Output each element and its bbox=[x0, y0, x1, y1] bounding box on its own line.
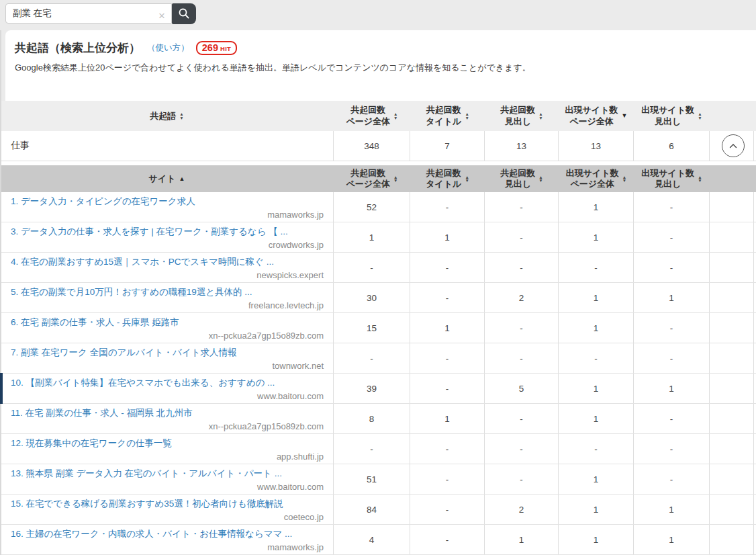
row-action-cell bbox=[710, 343, 756, 373]
column-header-cooccur-count-heading[interactable]: 共起回数見出し▲▼ bbox=[485, 101, 559, 131]
row-action-cell bbox=[710, 192, 756, 222]
hit-label: HIT bbox=[220, 45, 231, 52]
site-cell: 3. データ入力の仕事・求人を探す | 在宅ワーク・副業するなら 【 ...cr… bbox=[0, 222, 334, 252]
sort-icon: ▲▼ bbox=[393, 112, 397, 120]
scrollbar-track[interactable] bbox=[0, 30, 1, 555]
metric-value: - bbox=[485, 343, 559, 373]
column-header-site-count-heading[interactable]: 出現サイト数見出し▲▼ bbox=[634, 165, 710, 192]
site-link[interactable]: 6. 在宅 副業の仕事・求人 - 兵庫県 姫路市 bbox=[11, 316, 324, 329]
word-action-cell bbox=[710, 131, 756, 161]
metric-value: 1 bbox=[634, 374, 710, 403]
site-row: 1. データ入力・タイピングの在宅ワーク求人mamaworks.jp52--1- bbox=[0, 192, 756, 222]
metric-value: 8 bbox=[334, 404, 410, 433]
sort-icon: ▲▼ bbox=[698, 112, 702, 120]
site-cell: 16. 主婦の在宅ワーク・内職の求人・バイト・お仕事情報ならママ ...mama… bbox=[0, 525, 334, 554]
description: Google検索結果上位20ページで合わせてよく使われる単語を抽出。単語レベルで… bbox=[15, 62, 745, 74]
result-panel-header: 共起語（検索上位分析） （使い方） 269 HIT Google検索結果上位20… bbox=[5, 30, 756, 101]
column-header-site-count-page[interactable]: 出現サイト数ページ全体▼ bbox=[559, 101, 634, 131]
sort-icon: ▲▼ bbox=[393, 175, 397, 183]
page-title: 共起語（検索上位分析） bbox=[15, 40, 140, 56]
metric-value: - bbox=[634, 343, 710, 373]
site-link[interactable]: 10. 【副業バイト特集】在宅やスマホでも出来る、おすすめの ... bbox=[11, 377, 324, 389]
site-cell: 15. 在宅でできる稼げる副業おすすめ35選！初心者向けも徹底解説coeteco… bbox=[0, 495, 334, 524]
metric-value: - bbox=[410, 525, 485, 554]
search-button[interactable] bbox=[172, 3, 196, 24]
row-action-cell bbox=[710, 253, 756, 282]
usage-link[interactable]: （使い方） bbox=[147, 42, 189, 54]
metric-value: 1 bbox=[559, 192, 634, 222]
site-domain: freelance.levtech.jp bbox=[248, 300, 324, 310]
site-link[interactable]: 16. 主婦の在宅ワーク・内職の求人・バイト・お仕事情報ならママ ... bbox=[11, 528, 324, 540]
column-header-site-count-page[interactable]: 出現サイト数ページ全体▲▼ bbox=[559, 165, 634, 192]
site-link[interactable]: 15. 在宅でできる稼げる副業おすすめ35選！初心者向けも徹底解説 bbox=[11, 498, 324, 510]
collapse-button[interactable] bbox=[722, 134, 745, 157]
search-group: × bbox=[5, 3, 196, 27]
site-row: 11. 在宅 副業の仕事・求人 - 福岡県 北九州市xn--pckua2a7gp… bbox=[0, 404, 756, 434]
row-action-cell bbox=[710, 525, 756, 554]
search-input[interactable] bbox=[5, 3, 172, 24]
cooccurrence-word: 仕事 bbox=[0, 131, 334, 161]
site-header-row: サイト ▲ 共起回数ページ全体▲▼共起回数タイトル▲▼共起回数見出し▲▼出現サイ… bbox=[0, 165, 756, 192]
sort-icon: ▲▼ bbox=[465, 175, 469, 183]
metric-value: 15 bbox=[334, 313, 410, 343]
metric-value: 1 bbox=[410, 404, 485, 433]
site-row: 7. 副業 在宅ワーク 全国のアルバイト・バイト求人情報townwork.net… bbox=[0, 343, 756, 374]
metric-value: 51 bbox=[334, 464, 410, 494]
column-header-cooccur-count-title[interactable]: 共起回数タイトル▲▼ bbox=[410, 165, 485, 192]
site-cell: 10. 【副業バイト特集】在宅やスマホでも出来る、おすすめの ...www.ba… bbox=[0, 374, 334, 403]
header-action-spacer bbox=[710, 101, 756, 131]
word-header-label: 共起語 bbox=[150, 110, 176, 122]
row-action-cell bbox=[710, 464, 756, 494]
site-domain: townwork.net bbox=[272, 361, 324, 371]
word-metric-value: 348 bbox=[334, 131, 410, 161]
site-link[interactable]: 1. データ入力・タイピングの在宅ワーク求人 bbox=[11, 196, 324, 208]
metric-value: - bbox=[634, 404, 710, 433]
site-row: 13. 熊本県 副業 データ入力 在宅のバイト・アルバイト・パート ...www… bbox=[0, 464, 756, 495]
metric-value: 2 bbox=[485, 495, 559, 524]
sort-asc-icon: ▲ bbox=[179, 176, 185, 182]
metric-value: - bbox=[634, 464, 710, 494]
column-header-cooccur-count-page[interactable]: 共起回数ページ全体▲▼ bbox=[334, 101, 410, 131]
metric-value: 1 bbox=[634, 283, 710, 312]
topbar: × bbox=[0, 0, 756, 27]
metric-value: 30 bbox=[334, 283, 410, 312]
site-link[interactable]: 11. 在宅 副業の仕事・求人 - 福岡県 北九州市 bbox=[11, 407, 324, 419]
column-header-cooccur-count-title[interactable]: 共起回数タイトル▲▼ bbox=[410, 101, 485, 131]
metric-value: 1 bbox=[559, 374, 634, 403]
search-icon bbox=[178, 7, 190, 19]
scrollbar-thumb[interactable] bbox=[0, 374, 3, 404]
site-rows: 1. データ入力・タイピングの在宅ワーク求人mamaworks.jp52--1-… bbox=[0, 192, 756, 555]
column-header-site-count-heading[interactable]: 出現サイト数見出し▲▼ bbox=[634, 101, 710, 131]
word-metric-value: 6 bbox=[634, 131, 710, 161]
metric-value: 5 bbox=[485, 374, 559, 403]
site-link[interactable]: 5. 在宅の副業で月10万円！おすすめの職種19選と具体的 ... bbox=[11, 286, 324, 298]
site-row: 3. データ入力の仕事・求人を探す | 在宅ワーク・副業するなら 【 ...cr… bbox=[0, 222, 756, 253]
metric-value: - bbox=[559, 343, 634, 373]
metric-value: 4 bbox=[334, 525, 410, 554]
chevron-up-icon bbox=[729, 143, 737, 148]
column-header-cooccur-count-heading[interactable]: 共起回数見出し▲▼ bbox=[485, 165, 559, 192]
metric-value: 39 bbox=[334, 374, 410, 403]
metric-value: - bbox=[485, 313, 559, 343]
clear-icon[interactable]: × bbox=[158, 9, 165, 21]
metric-value: - bbox=[485, 192, 559, 222]
column-header-cooccur-count-page[interactable]: 共起回数ページ全体▲▼ bbox=[334, 165, 410, 192]
site-link[interactable]: 13. 熊本県 副業 データ入力 在宅のバイト・アルバイト・パート ... bbox=[11, 468, 324, 480]
metric-value: 1 bbox=[559, 464, 634, 494]
site-link[interactable]: 4. 在宅の副業おすすめ15選｜スマホ・PCでスキマ時間に稼ぐ ... bbox=[11, 256, 324, 268]
column-header-site[interactable]: サイト ▲ bbox=[0, 165, 334, 192]
metric-value: 1 bbox=[485, 525, 559, 554]
sort-icon: ▲▼ bbox=[465, 112, 469, 120]
site-link[interactable]: 7. 副業 在宅ワーク 全国のアルバイト・バイト求人情報 bbox=[11, 347, 324, 359]
site-link[interactable]: 12. 現在募集中の在宅ワークの仕事一覧 bbox=[11, 437, 324, 450]
header-action-spacer bbox=[710, 165, 756, 192]
site-link[interactable]: 3. データ入力の仕事・求人を探す | 在宅ワーク・副業するなら 【 ... bbox=[11, 226, 324, 238]
row-action-cell bbox=[710, 283, 756, 312]
metric-value: - bbox=[485, 222, 559, 252]
column-header-word[interactable]: 共起語 ▲▼ bbox=[0, 101, 334, 131]
site-cell: 7. 副業 在宅ワーク 全国のアルバイト・バイト求人情報townwork.net bbox=[0, 343, 334, 373]
metric-value: 52 bbox=[334, 192, 410, 222]
metric-value: 1 bbox=[410, 313, 485, 343]
metric-value: - bbox=[485, 464, 559, 494]
sort-icon: ▲▼ bbox=[538, 175, 542, 183]
